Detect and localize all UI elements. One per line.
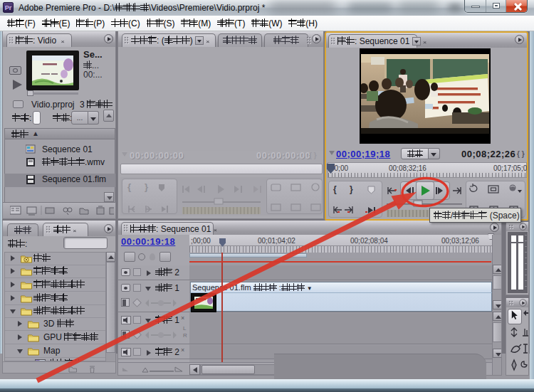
svg-text:}: } bbox=[145, 181, 148, 192]
svg-text:{: { bbox=[333, 184, 337, 194]
svg-text:{: { bbox=[127, 181, 131, 192]
svg-text:}: } bbox=[350, 184, 353, 194]
